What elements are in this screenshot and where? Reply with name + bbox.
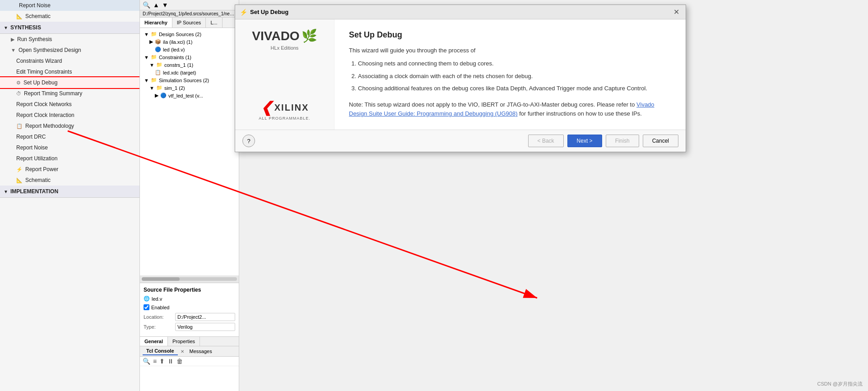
modal-footer: ? < Back Next > Finish Cancel <box>235 130 686 152</box>
enabled-checkbox-row: Enabled <box>144 304 235 310</box>
tcl-up-icon[interactable]: ⬆ <box>159 358 165 365</box>
tab-hierarchy[interactable]: Hierarchy <box>140 18 172 28</box>
modal-help-button[interactable]: ? <box>242 135 255 147</box>
file-path-bar: D:/Project2/zynq_1/p/led.srcs/sources_1/… <box>140 10 239 18</box>
location-value: D:/Project2... <box>175 313 235 321</box>
sidebar-item-open-synthesized[interactable]: ▼ Open Synthesized Design <box>0 45 139 56</box>
constraints-folder-icon: 📁 <box>151 54 157 60</box>
tab-libraries[interactable]: L... <box>206 18 222 28</box>
modal-right-panel: Set Up Debug This wizard will guide you … <box>334 19 686 130</box>
sidebar-item-report-timing[interactable]: ⏱ Report Timing Summary <box>0 88 139 99</box>
sidebar-item-report-noise[interactable]: Report Noise <box>0 0 139 11</box>
file-tree: ▼ 📁 Design Sources (2) ▶ 📦 ila (ila.xci)… <box>140 28 239 275</box>
tree-constraints[interactable]: ▼ 📁 Constraints (1) <box>142 53 237 61</box>
tree-design-sources[interactable]: ▼ 📁 Design Sources (2) <box>142 30 237 38</box>
tcl-tab-console[interactable]: Tcl Console <box>143 347 178 355</box>
sidebar-item-report-clock-networks[interactable]: Report Clock Networks <box>0 99 139 110</box>
implementation-chevron: ▼ <box>4 189 8 194</box>
sidebar-item-set-up-debug[interactable]: ⚙ Set Up Debug <box>0 77 139 88</box>
timing-icon: ⏱ <box>16 91 21 96</box>
source-props-title: Source File Properties <box>144 287 235 293</box>
folder-icon: 📁 <box>151 31 157 37</box>
tab-ip-sources[interactable]: IP Sources <box>172 18 206 28</box>
modal-back-button[interactable]: < Back <box>528 135 564 147</box>
source-file-properties: Source File Properties 🌐 led.v Enabled L… <box>140 283 239 336</box>
open-synthesized-icon: ▼ <box>11 47 16 53</box>
sim-folder-icon: 📁 <box>151 77 157 83</box>
up-icon[interactable]: ▲ <box>153 1 159 9</box>
horizontal-scrollbar[interactable] <box>140 275 239 283</box>
modal-cancel-button[interactable]: Cancel <box>643 135 678 147</box>
sidebar-item-report-methodology[interactable]: 📋 Report Methodology <box>0 121 139 131</box>
sidebar-item-schematic[interactable]: 📐 Schematic <box>0 175 139 186</box>
tree-ila[interactable]: ▶ 📦 ila (ila.xci) (1) <box>142 38 237 46</box>
vivado-subtitle: HLx Editions <box>252 45 317 51</box>
modal-titlebar: ⚡ Set Up Debug ✕ <box>235 5 686 19</box>
modal-note-suffix: for further instructions on how to use t… <box>518 110 642 117</box>
xilinx-name: XILINX <box>274 102 309 113</box>
sidebar-item-report-drc[interactable]: Report DRC <box>0 131 139 142</box>
tree-sim1[interactable]: ▼ 📁 sim_1 (2) <box>142 84 237 92</box>
source-file-name: led.v <box>152 296 162 302</box>
tree-led-xdc[interactable]: 📋 led.xdc (target) <box>142 69 237 76</box>
sidebar-item-constraints-wizard[interactable]: Constraints Wizard <box>0 56 139 66</box>
tab-general[interactable]: General <box>140 337 168 346</box>
enabled-checkbox[interactable] <box>144 304 149 310</box>
sidebar-item-report-power[interactable]: ⚡ Report Power <box>0 164 139 175</box>
tcl-close-btn[interactable]: ✕ <box>181 349 184 354</box>
synthesis-section-header[interactable]: ▼ SYNTHESIS <box>0 22 139 34</box>
sidebar-item-report-utilization[interactable]: Report Utilization <box>0 153 139 164</box>
tree-sim-sources[interactable]: ▼ 📁 Simulation Sources (2) <box>142 76 237 84</box>
tcl-toolbar: 🔍 ≡ ⬆ ⏸ 🗑 <box>140 357 239 366</box>
sidebar-item-report-clock-interaction[interactable]: Report Clock Interaction <box>0 110 139 121</box>
debug-icon: ⚙ <box>16 80 21 86</box>
tcl-header: Tcl Console ✕ Messages <box>140 346 239 357</box>
type-label: Type: <box>144 324 175 330</box>
run-synthesis-icon: ▶ <box>11 37 14 42</box>
file-tree-tabs: Hierarchy IP Sources L... <box>140 18 239 28</box>
constrs1-folder-icon: 📁 <box>156 62 162 68</box>
tcl-search-icon[interactable]: 🔍 <box>143 358 150 365</box>
down-icon[interactable]: ▼ <box>162 1 168 9</box>
implementation-section-header[interactable]: ▼ IMPLEMENTATION <box>0 186 139 198</box>
tcl-clear-icon[interactable]: 🗑 <box>176 358 183 365</box>
modal-note-prefix: Note: This setup wizard does not apply t… <box>349 101 636 108</box>
modal-close-button[interactable]: ✕ <box>672 8 681 16</box>
schematic-icon: 📐 <box>16 177 23 183</box>
type-value: Verilog <box>175 323 235 331</box>
tcl-tab-messages[interactable]: Messages <box>186 348 216 355</box>
xilinx-x-icon: ❮ <box>260 99 273 116</box>
sim1-folder-icon: 📁 <box>156 85 162 91</box>
tab-properties[interactable]: Properties <box>168 337 200 346</box>
tcl-pause-icon[interactable]: ⏸ <box>167 358 174 365</box>
modal-step-1: Choosing nets and connecting them to deb… <box>358 59 671 68</box>
tree-led-v[interactable]: 🔵 led (led.v) <box>142 46 237 53</box>
globe-icon: 🌐 <box>144 296 150 302</box>
main-container: Report Noise 📐 Schematic ▼ SYNTHESIS ▶ R… <box>0 0 868 391</box>
tree-vtf-led[interactable]: ▶ 🔵 vtf_led_test (v... <box>142 92 237 99</box>
tree-constrs1[interactable]: ▼ 📁 constrs_1 (1) <box>142 61 237 69</box>
tcl-console: Tcl Console ✕ Messages 🔍 ≡ ⬆ ⏸ 🗑 <box>140 346 239 391</box>
synthesis-chevron: ▼ <box>4 25 8 30</box>
vivado-leaf-icon: 🌿 <box>302 28 317 43</box>
modal-title-icon: ⚡ <box>240 9 247 16</box>
tcl-align-icon[interactable]: ≡ <box>153 358 157 365</box>
modal-finish-button[interactable]: Finish <box>606 135 639 147</box>
ila-expand-icon: ▶ <box>149 39 153 45</box>
location-row: Location: D:/Project2... <box>144 313 235 321</box>
sidebar-item-edit-timing[interactable]: Edit Timing Constraints <box>0 66 139 77</box>
methodology-icon: 📋 <box>16 123 23 129</box>
search-icon[interactable]: 🔍 <box>143 1 150 9</box>
sidebar-item-report-noise[interactable]: Report Noise <box>0 142 139 153</box>
modal-next-button[interactable]: Next > <box>567 135 602 147</box>
sidebar-item-schematic-top[interactable]: 📐 Schematic <box>0 11 139 22</box>
sidebar-item-run-synthesis[interactable]: ▶ Run Synthesis <box>0 34 139 45</box>
modal-steps-list: Choosing nets and connecting them to deb… <box>358 59 671 93</box>
modal-title-text: Set Up Debug <box>250 9 672 15</box>
xilinx-logo: ❮ XILINX ALL PROGRAMMABLE. <box>259 99 311 121</box>
power-icon: ⚡ <box>16 167 23 172</box>
xdc-icon: 📋 <box>155 70 161 75</box>
sidebar: Report Noise 📐 Schematic ▼ SYNTHESIS ▶ R… <box>0 0 140 391</box>
set-up-debug-modal: ⚡ Set Up Debug ✕ VIVADO 🌿 HLx Editions ❮… <box>235 5 686 152</box>
modal-step-3: Choosing additional features on the debu… <box>358 84 671 93</box>
